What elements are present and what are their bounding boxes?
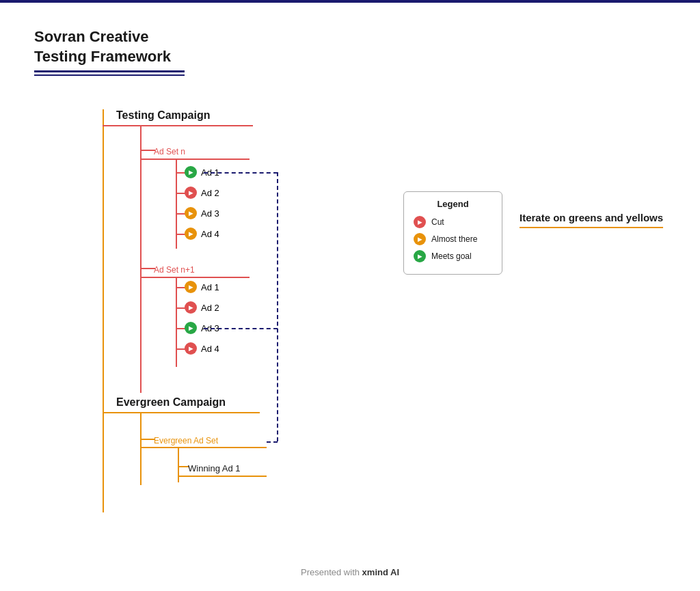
hline-evergreen-adset — [140, 439, 155, 440]
ad-n1-icon — [185, 166, 197, 178]
top-border — [0, 0, 700, 3]
legend-meets-icon — [414, 250, 426, 262]
main-title: Sovran Creative Testing Framework — [34, 27, 185, 66]
ad-n3-icon — [185, 207, 197, 219]
evergreen-adset-label: Evergreen Ad Set — [154, 436, 218, 445]
ad-n3-label: Ad 3 — [201, 208, 219, 219]
red-vline-adsetn1 — [176, 278, 177, 367]
adset-n-ad2-row: Ad 2 — [185, 187, 219, 199]
legend-title: Legend — [414, 199, 492, 209]
footer-bold: xmind AI — [362, 567, 399, 577]
legend-meets-goal: Meets goal — [414, 250, 492, 262]
red-vline-testing — [140, 126, 142, 393]
dashed-hline-ad1 — [204, 172, 278, 174]
evergreen-campaign-label: Evergreen Campaign — [116, 396, 226, 409]
hline-adsetn — [140, 150, 155, 151]
page: Sovran Creative Testing Framework Testin… — [0, 0, 700, 591]
iterate-text: Iterate on greens and yellows — [520, 212, 663, 223]
adset-n-underline — [140, 159, 250, 160]
testing-campaign-underline — [103, 125, 253, 126]
adset-n-ad4-row: Ad 4 — [185, 228, 219, 240]
adset-n-ad3-row: Ad 3 — [185, 207, 219, 219]
winning-ad-underline — [178, 476, 267, 477]
ad-n1-1-label: Ad 1 — [201, 282, 219, 292]
ad-n4-icon — [185, 228, 197, 240]
hline-adsetn1 — [140, 268, 155, 269]
legend-cut-icon — [414, 216, 426, 228]
evergreen-adset-underline — [140, 447, 267, 448]
legend-meets-label: Meets goal — [431, 251, 472, 261]
dashed-vline-right — [277, 172, 278, 441]
legend-almost-label: Almost there — [431, 234, 477, 244]
legend-cut: Cut — [414, 216, 492, 228]
orange-vline-evergreen — [140, 413, 142, 485]
ad-n1-3-icon — [185, 322, 197, 334]
testing-campaign-label: Testing Campaign — [116, 109, 211, 122]
ad-n1-1-icon — [185, 281, 197, 293]
ad-n1-4-icon — [185, 342, 197, 355]
orange-vertical-line — [103, 109, 104, 512]
winning-ad-label: Winning Ad 1 — [188, 463, 241, 473]
footer-text: Presented with — [301, 567, 362, 577]
iterate-underline — [520, 227, 663, 228]
legend-box: Legend Cut Almost there Meets goal — [403, 191, 502, 275]
ad-n1-4-label: Ad 4 — [201, 344, 219, 354]
legend-cut-label: Cut — [431, 217, 444, 227]
adset-n1-ad1-row: Ad 1 — [185, 281, 219, 293]
dashed-hline-evergreen — [267, 441, 278, 443]
footer: Presented with xmind AI — [0, 567, 700, 577]
evergreen-underline — [103, 412, 260, 413]
adset-n1-ad2-row: Ad 2 — [185, 301, 219, 314]
ad-n4-label: Ad 4 — [201, 229, 219, 239]
ad-n2-label: Ad 2 — [201, 188, 219, 198]
legend-almost-icon — [414, 233, 426, 245]
adset-n-label: Ad Set n — [154, 147, 185, 156]
adset-n1-underline — [140, 277, 250, 278]
ad-n1-2-icon — [185, 301, 197, 314]
ad-n2-icon — [185, 187, 197, 199]
legend-almost-there: Almost there — [414, 233, 492, 245]
diagram: Testing Campaign Ad Set n Ad 1 Ad 2 Ad 3 — [34, 68, 417, 567]
dashed-hline-ad3 — [204, 328, 278, 329]
ad-n1-2-label: Ad 2 — [201, 303, 219, 313]
orange-vline-winning — [178, 448, 179, 482]
adset-n1-ad4-row: Ad 4 — [185, 342, 219, 355]
adset-n1-label: Ad Set n+1 — [154, 265, 195, 275]
